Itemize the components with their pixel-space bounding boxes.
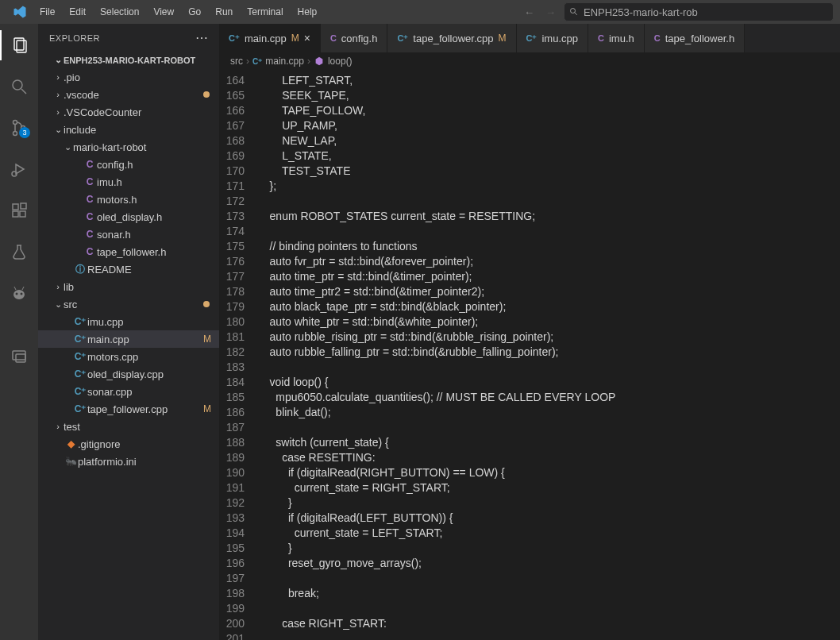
scm-icon[interactable]: 3 — [0, 113, 38, 143]
explorer-icon[interactable] — [0, 30, 38, 60]
tree-item[interactable]: C⁺main.cppM — [38, 330, 219, 348]
remote-icon[interactable] — [0, 341, 38, 372]
tab[interactable]: Cimu.h — [588, 24, 645, 52]
code-lines[interactable]: LEFT_START, SEEK_TAPE, TAPE_FOLLOW, UP_R… — [257, 70, 840, 640]
file-icon: ⓘ — [73, 263, 87, 276]
tree-item[interactable]: C⁺sonar.cpp — [38, 383, 219, 400]
svg-point-6 — [13, 121, 17, 125]
tree-item[interactable]: C⁺imu.cpp — [38, 313, 219, 330]
menu-view[interactable]: View — [147, 3, 180, 21]
file-icon: C — [330, 33, 337, 43]
tree-item[interactable]: C⁺tape_follower.cppM — [38, 400, 219, 418]
tree-item[interactable]: ⌄mario-kart-robot — [38, 138, 219, 156]
menu-selection[interactable]: Selection — [94, 3, 145, 21]
tab[interactable]: C⁺tape_follower.cppM — [387, 24, 516, 52]
svg-rect-3 — [17, 40, 26, 52]
file-icon: ◆ — [64, 438, 78, 449]
sidebar-more-icon[interactable]: ⋯ — [195, 30, 209, 45]
crumb-func[interactable]: loop() — [328, 56, 353, 67]
file-icon: 🐜 — [64, 456, 78, 467]
debug-icon[interactable] — [0, 154, 38, 184]
tree-item[interactable]: Cconfig.h — [38, 156, 219, 173]
file-icon: C — [598, 33, 604, 43]
svg-rect-14 — [21, 203, 26, 209]
project-header[interactable]: ⌄ENPH253-MARIO-KART-ROBOT — [38, 52, 219, 68]
tree-item[interactable]: ⌄include — [38, 121, 219, 138]
tree-item[interactable]: ›.vscode — [38, 86, 219, 103]
file-icon: C — [83, 246, 97, 257]
file-icon: C — [83, 159, 97, 170]
menu-bar: FileEditSelectionViewGoRunTerminalHelp — [33, 3, 323, 21]
symbol-method-icon — [314, 56, 325, 67]
activity-bar: 3 — [0, 24, 38, 640]
tree-item[interactable]: Ctape_follower.h — [38, 243, 219, 260]
file-icon: C⁺ — [73, 368, 87, 380]
tree-item[interactable]: ›.pio — [38, 68, 219, 86]
menu-go[interactable]: Go — [182, 3, 207, 21]
tab[interactable]: C⁺main.cppM× — [219, 24, 321, 52]
testing-icon[interactable] — [0, 237, 38, 267]
nav-arrows: ← → — [524, 6, 556, 18]
close-icon[interactable]: × — [304, 32, 310, 44]
editor-area: C⁺main.cppM×Cconfig.hC⁺tape_follower.cpp… — [219, 24, 840, 640]
tab[interactable]: Ctape_follower.h — [645, 24, 745, 52]
crumb-src[interactable]: src — [230, 56, 243, 67]
platformio-icon[interactable] — [0, 278, 38, 308]
svg-rect-12 — [13, 211, 18, 217]
svg-line-19 — [22, 287, 24, 290]
sidebar: EXPLORER ⋯ ⌄ENPH253-MARIO-KART-ROBOT ›.p… — [38, 24, 219, 640]
svg-point-17 — [21, 293, 23, 295]
svg-point-16 — [16, 293, 18, 295]
menu-edit[interactable]: Edit — [63, 3, 92, 21]
tab[interactable]: Cconfig.h — [321, 24, 388, 52]
file-icon: C — [654, 33, 661, 43]
tree-item[interactable]: Cimu.h — [38, 173, 219, 191]
tree-item[interactable]: Cmotors.h — [38, 191, 219, 208]
tree-item[interactable]: ⓘREADME — [38, 260, 219, 278]
menu-file[interactable]: File — [33, 3, 61, 21]
svg-line-1 — [575, 13, 577, 15]
tree-item[interactable]: ⌄src — [38, 295, 219, 313]
extensions-icon[interactable] — [0, 195, 38, 226]
search-icon[interactable] — [0, 71, 38, 102]
svg-rect-2 — [14, 38, 24, 50]
crumb-file[interactable]: main.cpp — [265, 56, 304, 67]
tree-item[interactable]: C⁺motors.cpp — [38, 348, 219, 365]
file-icon: C⁺ — [73, 351, 87, 362]
tree-item[interactable]: Coled_display.h — [38, 208, 219, 226]
menu-help[interactable]: Help — [291, 3, 324, 21]
svg-point-7 — [13, 132, 17, 136]
tree-item[interactable]: Csonar.h — [38, 226, 219, 243]
tree-item[interactable]: ›lib — [38, 278, 219, 295]
file-icon: C⁺ — [229, 33, 240, 44]
svg-rect-20 — [13, 351, 25, 360]
menu-terminal[interactable]: Terminal — [241, 3, 289, 21]
title-bar: FileEditSelectionViewGoRunTerminalHelp ←… — [0, 0, 840, 24]
tree-item[interactable]: ◆.gitignore — [38, 435, 219, 453]
tree-item[interactable]: C⁺oled_display.cpp — [38, 365, 219, 383]
search-icon — [569, 7, 579, 17]
svg-rect-11 — [13, 204, 18, 210]
dirty-dot-icon — [203, 301, 210, 307]
tree-item[interactable]: ›test — [38, 418, 219, 435]
nav-forward-icon[interactable]: → — [545, 6, 556, 18]
file-icon: C⁺ — [73, 403, 87, 414]
file-icon: C⁺ — [73, 316, 87, 327]
line-numbers: 1641651661671681691701711721731741751761… — [219, 70, 257, 640]
sidebar-title: EXPLORER — [49, 33, 100, 43]
file-icon: C — [83, 229, 97, 240]
menu-run[interactable]: Run — [209, 3, 239, 21]
search-text: ENPH253-mario-kart-rob — [584, 6, 698, 18]
svg-point-15 — [13, 290, 25, 299]
tree-item[interactable]: 🐜platformio.ini — [38, 453, 219, 470]
nav-back-icon[interactable]: ← — [524, 6, 534, 18]
breadcrumb[interactable]: src› C⁺ main.cpp› loop() — [219, 52, 840, 70]
code-editor[interactable]: 1641651661671681691701711721731741751761… — [219, 70, 840, 640]
tree-item[interactable]: ›.VSCodeCounter — [38, 103, 219, 121]
tab[interactable]: C⁺imu.cpp — [517, 24, 588, 52]
file-icon: C⁺ — [526, 33, 538, 44]
svg-point-0 — [571, 9, 576, 13]
vscode-logo-icon — [13, 5, 27, 19]
command-center[interactable]: ENPH253-mario-kart-rob — [564, 2, 834, 21]
file-icon: C — [83, 211, 97, 222]
